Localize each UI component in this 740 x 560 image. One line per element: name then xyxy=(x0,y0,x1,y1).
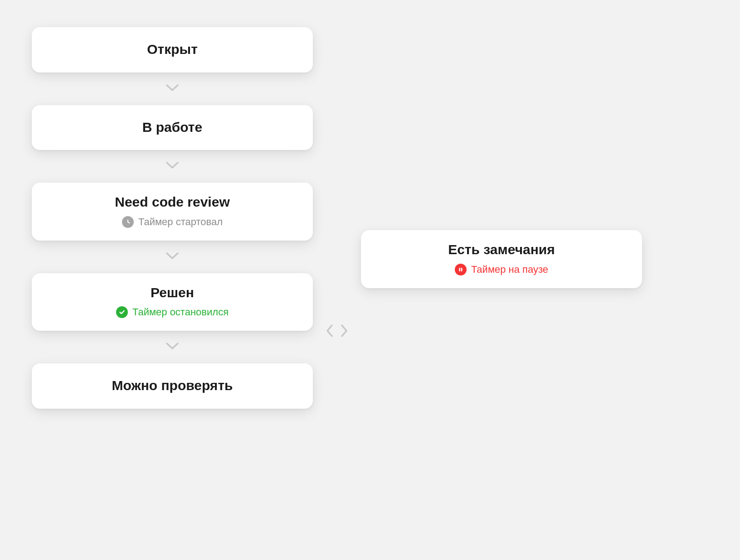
chevron-down-icon xyxy=(166,161,179,172)
status-card-has-comments: Есть замечания Таймер на паузе xyxy=(361,230,642,288)
card-title: Need code review xyxy=(115,193,229,211)
timer-status-row: Таймер стартовал xyxy=(122,216,223,228)
svg-rect-2 xyxy=(461,268,462,271)
timer-status-text: Таймер остановился xyxy=(132,306,229,318)
card-title: Можно проверять xyxy=(112,377,233,394)
pause-icon xyxy=(455,264,467,275)
card-title: Открыт xyxy=(147,41,198,58)
clock-icon xyxy=(122,216,134,228)
card-title: Решен xyxy=(151,284,194,301)
chevron-right-icon xyxy=(340,324,348,339)
chevron-down-icon xyxy=(166,83,179,94)
status-card-open: Открыт xyxy=(32,27,313,72)
chevron-left-icon xyxy=(326,324,334,339)
svg-rect-1 xyxy=(459,268,460,271)
status-card-can-verify: Можно проверять xyxy=(32,363,313,409)
side-flow-column: Есть замечания Таймер на паузе xyxy=(361,27,642,409)
timer-status-text: Таймер на паузе xyxy=(471,264,548,275)
side-connector xyxy=(326,27,348,409)
card-title: Есть замечания xyxy=(448,241,555,258)
workflow-diagram: Открыт В работе Need code review Таймер … xyxy=(32,27,708,409)
timer-status-text: Таймер стартовал xyxy=(138,216,223,228)
status-card-in-progress: В работе xyxy=(32,105,313,150)
status-card-resolved: Решен Таймер остановился xyxy=(32,273,313,331)
card-title: В работе xyxy=(142,119,203,136)
main-flow-column: Открыт В работе Need code review Таймер … xyxy=(32,27,313,409)
chevron-down-icon xyxy=(166,342,179,352)
status-card-need-review: Need code review Таймер стартовал xyxy=(32,183,313,241)
chevron-down-icon xyxy=(166,251,179,262)
checkmark-icon xyxy=(116,306,128,318)
timer-status-row: Таймер на паузе xyxy=(455,264,548,275)
timer-status-row: Таймер остановился xyxy=(116,306,229,318)
